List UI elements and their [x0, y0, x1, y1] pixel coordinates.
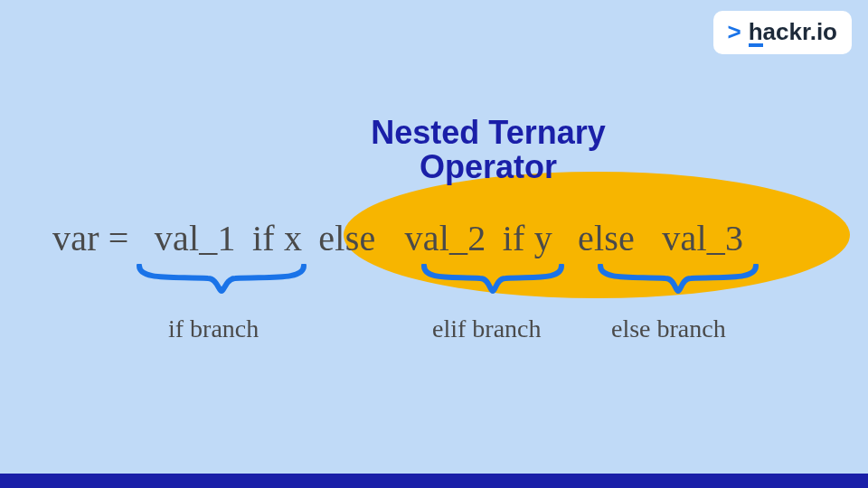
- code-lhs: var =: [52, 217, 129, 259]
- footer-accent-bar: [0, 474, 868, 488]
- label-if-branch: if branch: [168, 314, 259, 343]
- brace-elif: [420, 264, 565, 296]
- logo-badge: > hackr.io: [713, 11, 852, 54]
- code-val1: val_1: [155, 217, 236, 259]
- code-ifx: if x: [252, 217, 302, 259]
- title-line-1: Nested Ternary: [108, 116, 868, 150]
- chevron-icon: >: [728, 18, 741, 46]
- code-val2: val_2: [405, 217, 486, 259]
- code-val3: val_3: [662, 217, 743, 259]
- code-else1: else: [318, 217, 375, 259]
- code-expression: var = val_1 if x else val_2 if y else va…: [52, 217, 832, 259]
- code-ify: if y: [503, 217, 552, 259]
- brace-if: [136, 264, 307, 296]
- title-line-2: Operator: [108, 150, 868, 184]
- code-else2: else: [578, 217, 635, 259]
- label-elif-branch: elif branch: [432, 314, 542, 343]
- label-else-branch: else branch: [611, 314, 726, 343]
- logo-text: hackr.io: [749, 18, 837, 47]
- logo-prefix: h: [749, 21, 763, 47]
- logo-rest: ackr.io: [763, 18, 837, 45]
- diagram-title: Nested Ternary Operator: [0, 116, 868, 184]
- brace-else: [597, 264, 760, 296]
